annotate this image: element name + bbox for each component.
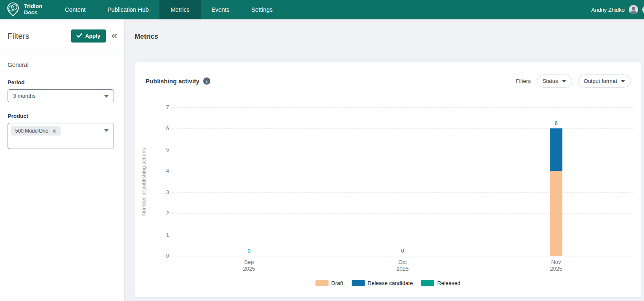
gridline	[172, 150, 633, 150]
chart-legend: DraftRelease candidateReleased	[135, 280, 641, 286]
nav-item-metrics[interactable]: Metrics	[159, 0, 200, 19]
y-tick-label: 6	[159, 125, 169, 131]
y-axis-title: Number of publishing actions	[141, 140, 147, 224]
nav-item-events[interactable]: Events	[201, 0, 241, 19]
period-value: 3 months	[13, 93, 35, 99]
legend-item-release-candidate[interactable]: Release candidate	[352, 280, 413, 286]
publishing-activity-card: Publishing activity i Filters Status Out…	[135, 62, 641, 297]
x-axis-category-label: Sep2025	[230, 259, 268, 272]
top-navbar: Tridion Docs Content Publication Hub Met…	[0, 0, 644, 19]
user-name: Andriy Zhidko	[591, 7, 625, 13]
gridline	[172, 128, 633, 129]
x-axis-category-label: Oct2025	[384, 259, 421, 272]
user-menu[interactable]: Andriy Zhidko	[591, 5, 644, 14]
page-title: Metrics	[125, 19, 644, 40]
main-navigation: Content Publication Hub Metrics Events S…	[54, 0, 284, 19]
app-logo[interactable]: Tridion Docs	[0, 0, 50, 19]
filters-sidebar: Filters Apply « General Period 3 months …	[0, 19, 125, 301]
apply-button[interactable]: Apply	[71, 29, 106, 43]
x-axis-line	[172, 256, 633, 256]
legend-item-draft[interactable]: Draft	[315, 280, 343, 286]
y-tick-label: 3	[159, 189, 169, 195]
y-tick-label: 4	[159, 168, 169, 174]
bar-segment-draft	[550, 171, 562, 256]
tridion-docs-logo-icon	[6, 3, 20, 17]
brand-name: Tridion Docs	[24, 3, 42, 16]
chevron-down-icon	[104, 95, 109, 98]
nav-item-settings[interactable]: Settings	[240, 0, 284, 19]
remove-tag-icon[interactable]: ✕	[52, 128, 57, 134]
bar-total-label: 0	[240, 248, 258, 254]
legend-label: Release candidate	[368, 280, 413, 286]
gridline	[172, 107, 633, 108]
bar-segment-release-candidate	[550, 128, 562, 171]
bar-total-label: 0	[393, 248, 412, 254]
nav-item-content[interactable]: Content	[54, 0, 96, 19]
product-label: Product	[8, 113, 114, 119]
legend-item-released[interactable]: Released	[421, 280, 460, 286]
chevron-down-icon	[104, 129, 109, 132]
period-label: Period	[8, 79, 114, 85]
product-select[interactable]: 500 ModelOne ✕	[8, 123, 114, 149]
gridline	[172, 213, 633, 214]
main-content: Metrics Publishing activity i Filters St…	[125, 19, 644, 301]
bar-total-label: 6	[547, 120, 565, 126]
product-tag: 500 ModelOne ✕	[11, 126, 61, 136]
general-section-label: General	[8, 61, 114, 68]
legend-label: Draft	[331, 280, 343, 286]
y-tick-label: 7	[159, 104, 169, 110]
legend-swatch	[352, 280, 365, 286]
filters-header: Filters Apply «	[0, 19, 124, 53]
gridline	[172, 171, 633, 171]
publishing-activity-chart: Number of publishing actions DraftReleas…	[135, 62, 641, 297]
collapse-sidebar-icon[interactable]: «	[111, 30, 117, 43]
gridline	[172, 192, 633, 193]
gridline	[172, 235, 633, 235]
checkmark-icon	[77, 33, 82, 39]
y-tick-label: 2	[159, 210, 169, 216]
y-tick-label: 1	[159, 232, 169, 238]
legend-swatch	[315, 280, 329, 286]
nav-item-publication-hub[interactable]: Publication Hub	[96, 0, 159, 19]
y-tick-label: 5	[159, 147, 169, 153]
period-select[interactable]: 3 months	[8, 89, 114, 102]
legend-swatch	[421, 280, 434, 286]
filters-title: Filters	[8, 32, 29, 41]
user-avatar-icon[interactable]	[629, 5, 638, 14]
legend-label: Released	[437, 280, 460, 286]
x-axis-category-label: Nov2025	[537, 259, 575, 272]
filters-body: General Period 3 months Product 500 Mode…	[0, 53, 124, 149]
y-tick-label: 0	[159, 253, 169, 259]
